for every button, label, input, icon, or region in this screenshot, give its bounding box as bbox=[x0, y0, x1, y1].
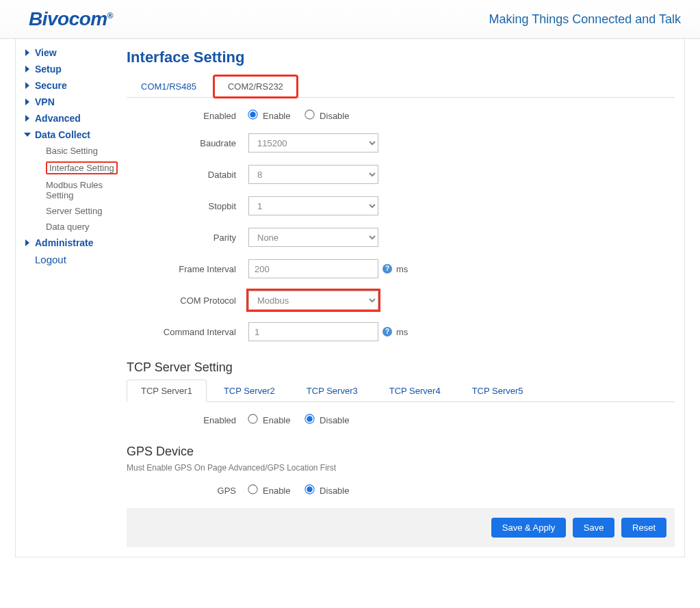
sidebar-sub-interface-setting[interactable]: Interface Setting bbox=[16, 159, 125, 177]
radio-gps-disable[interactable]: Disable bbox=[305, 486, 349, 496]
select-databit[interactable]: 8 bbox=[248, 165, 378, 184]
sidebar-item-advanced[interactable]: Advanced bbox=[16, 110, 125, 127]
main: Interface Setting COM1/RS485 COM2/RS232 … bbox=[125, 39, 684, 557]
tab-tcp-server4[interactable]: TCP Server4 bbox=[375, 380, 455, 402]
label-baudrate: Baudrate bbox=[125, 138, 248, 148]
help-icon[interactable]: ? bbox=[383, 327, 392, 336]
sidebar: View Setup Secure VPN Advanced Data Coll… bbox=[16, 39, 125, 557]
tab-tcp-server1[interactable]: TCP Server1 bbox=[127, 380, 207, 402]
sidebar-item-setup[interactable]: Setup bbox=[16, 61, 125, 77]
sidebar-item-view[interactable]: View bbox=[16, 44, 125, 61]
tcp-section-title: TCP Server Setting bbox=[127, 360, 675, 375]
tab-tcp-server3[interactable]: TCP Server3 bbox=[292, 380, 372, 402]
tagline: Making Things Connected and Talk bbox=[489, 12, 681, 27]
sidebar-sub-basic-setting[interactable]: Basic Setting bbox=[16, 143, 125, 159]
tab-tcp-server2[interactable]: TCP Server2 bbox=[209, 380, 289, 402]
gps-section-sub: Must Enable GPS On Page Advanced/GPS Loc… bbox=[127, 463, 675, 473]
label-com-protocol: COM Protocol bbox=[125, 295, 248, 306]
com-tabs: COM1/RS485 COM2/RS232 bbox=[127, 75, 675, 98]
radio-tcp-enable[interactable]: Enable bbox=[248, 415, 290, 425]
radio-tcp-disable[interactable]: Disable bbox=[305, 415, 349, 425]
label-databit: Databit bbox=[125, 170, 248, 180]
select-stopbit[interactable]: 1 bbox=[248, 196, 378, 215]
label-enabled: Enabled bbox=[125, 111, 248, 121]
save-button[interactable]: Save bbox=[573, 518, 615, 538]
sidebar-item-vpn[interactable]: VPN bbox=[16, 94, 125, 110]
unit-ms: ms bbox=[396, 327, 408, 337]
tcp-tabs: TCP Server1 TCP Server2 TCP Server3 TCP … bbox=[127, 379, 675, 402]
label-frame-interval: Frame Interval bbox=[125, 264, 248, 274]
tab-com1-rs485[interactable]: COM1/RS485 bbox=[127, 75, 211, 98]
label-parity: Parity bbox=[125, 233, 248, 243]
sidebar-item-secure[interactable]: Secure bbox=[16, 77, 125, 94]
sidebar-sub-data-query[interactable]: Data query bbox=[16, 219, 125, 235]
label-command-interval: Command Interval bbox=[125, 327, 248, 337]
page-title: Interface Setting bbox=[127, 49, 675, 66]
label-gps: GPS bbox=[125, 486, 248, 496]
input-frame-interval[interactable] bbox=[248, 259, 378, 278]
sidebar-item-data-collect[interactable]: Data Collect bbox=[16, 127, 125, 143]
select-baudrate[interactable]: 115200 bbox=[248, 133, 378, 153]
sidebar-logout[interactable]: Logout bbox=[16, 251, 125, 268]
label-tcp-enabled: Enabled bbox=[125, 415, 248, 425]
header: Bivocom® Making Things Connected and Tal… bbox=[0, 0, 700, 39]
tab-com2-rs232[interactable]: COM2/RS232 bbox=[213, 75, 298, 98]
sidebar-item-administrate[interactable]: Administrate bbox=[16, 235, 125, 251]
unit-ms: ms bbox=[396, 264, 408, 274]
input-command-interval[interactable] bbox=[248, 322, 378, 341]
footer-buttons: Save & Apply Save Reset bbox=[127, 508, 675, 547]
radio-disable[interactable]: Disable bbox=[305, 111, 349, 121]
reset-button[interactable]: Reset bbox=[621, 518, 666, 538]
gps-section-title: GPS Device bbox=[127, 445, 675, 459]
label-stopbit: Stopbit bbox=[125, 201, 248, 211]
radio-gps-enable[interactable]: Enable bbox=[248, 486, 290, 496]
tab-tcp-server5[interactable]: TCP Server5 bbox=[458, 380, 538, 402]
help-icon[interactable]: ? bbox=[383, 264, 392, 274]
sidebar-sub-server-setting[interactable]: Server Setting bbox=[16, 203, 125, 219]
radio-enable[interactable]: Enable bbox=[248, 111, 290, 121]
select-com-protocol[interactable]: Modbus bbox=[248, 291, 378, 310]
save-apply-button[interactable]: Save & Apply bbox=[491, 518, 566, 538]
sidebar-sub-modbus-rules[interactable]: Modbus Rules Setting bbox=[16, 177, 125, 203]
select-parity[interactable]: None bbox=[248, 228, 378, 247]
logo: Bivocom® bbox=[29, 8, 113, 30]
